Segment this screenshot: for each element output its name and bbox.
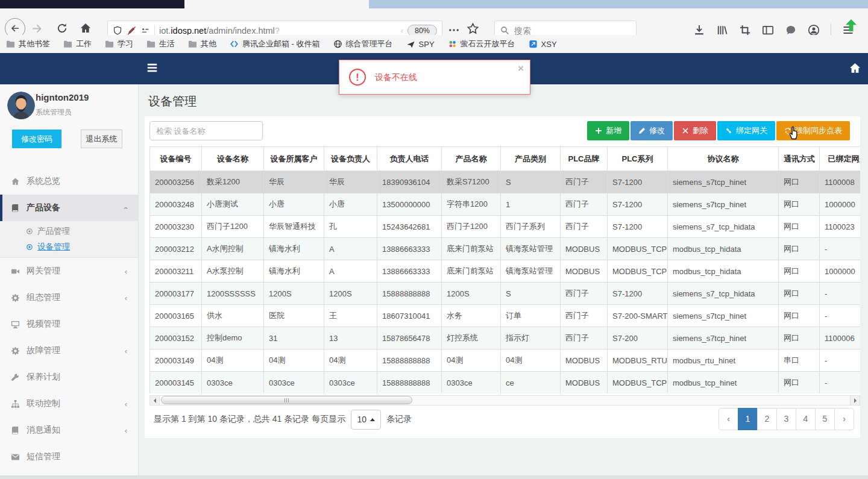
change-password-button[interactable]: 修改密码 bbox=[12, 130, 61, 148]
修改-button[interactable]: 修改 bbox=[631, 121, 673, 140]
reload-button[interactable] bbox=[57, 23, 68, 34]
page-button-2[interactable]: 2 bbox=[757, 408, 777, 430]
avatar[interactable] bbox=[7, 92, 35, 119]
table-cell: modbus_rtu_hinet bbox=[668, 349, 779, 372]
alert-close-icon[interactable]: × bbox=[518, 63, 524, 75]
table-row[interactable]: 200003248小唐测试小唐小唐13500000000字符串12001西门子S… bbox=[150, 193, 861, 216]
blocked-content-icon[interactable] bbox=[127, 26, 136, 36]
bookmark-item[interactable]: 其他 bbox=[188, 39, 216, 49]
home-icon bbox=[11, 177, 20, 186]
scrollbar-thumb[interactable] bbox=[161, 396, 412, 404]
bookmark-item[interactable]: 生活 bbox=[146, 39, 175, 49]
table-row[interactable]: 200003165供水医院王18607310041水务订单西门子S7-200-S… bbox=[150, 305, 861, 327]
page-next-button[interactable]: › bbox=[834, 408, 854, 430]
sidebar-item-组态管理[interactable]: 组态管理‹ bbox=[0, 284, 138, 311]
table-cell: 04测 bbox=[202, 349, 264, 372]
menu-hamburger-icon[interactable] bbox=[842, 24, 854, 36]
page-prev-button[interactable]: ‹ bbox=[719, 408, 738, 430]
cross-icon bbox=[682, 127, 689, 134]
table-row[interactable]: 2000031450303ce0303ce0303ce1588888888803… bbox=[150, 372, 861, 394]
horizontal-scrollbar[interactable] bbox=[149, 395, 860, 405]
ys-icon bbox=[448, 40, 457, 48]
table-row[interactable]: 200003211A水泵控制镇海水利A13886663333底来门前泵站镇海泵站… bbox=[150, 260, 861, 283]
bookmark-item[interactable]: 腾讯企业邮箱 - 收件箱 bbox=[230, 39, 320, 49]
menu-item-label: 网关管理 bbox=[27, 266, 60, 277]
bookmark-item[interactable]: 萤石云开放平台 bbox=[448, 39, 515, 49]
page-size-select[interactable]: 10 bbox=[351, 410, 381, 430]
globe-icon bbox=[333, 40, 342, 48]
active-tab[interactable] bbox=[184, 0, 369, 8]
sidebar-item-短信管理[interactable]: 短信管理 bbox=[0, 443, 138, 470]
screenshot-icon[interactable] bbox=[739, 24, 751, 36]
browser-search-input[interactable] bbox=[514, 26, 611, 36]
home-button[interactable] bbox=[80, 22, 92, 34]
table-cell: 镇海泵站管理 bbox=[501, 260, 561, 283]
page-button-1[interactable]: 1 bbox=[738, 408, 758, 430]
page-button-3[interactable]: 3 bbox=[776, 408, 796, 430]
table-row[interactable]: 20000314904测04测04测1588888888804测04测MODBU… bbox=[150, 349, 861, 372]
table-cell: 04测 bbox=[501, 349, 561, 372]
table-cell: 华辰 bbox=[264, 171, 324, 193]
shield-icon[interactable] bbox=[113, 26, 122, 36]
绑定网关-button[interactable]: 绑定网关 bbox=[717, 121, 775, 140]
page-bottom-scrollbar[interactable] bbox=[0, 475, 868, 479]
downloads-icon[interactable] bbox=[693, 24, 705, 36]
sidebar-item-消息通知[interactable]: 消息通知‹ bbox=[0, 417, 138, 443]
table-row[interactable]: 200003256数采1200华辰华辰18390936104数采S71200S西… bbox=[150, 171, 861, 193]
sidebar-subitem-产品管理[interactable]: 产品管理 bbox=[0, 224, 138, 239]
sidebar-collapse-icon[interactable] bbox=[146, 62, 158, 74]
table-row[interactable]: 2000031771200SSSSSS1200S1200S15888888888… bbox=[150, 283, 861, 305]
删除-button[interactable]: 删除 bbox=[674, 121, 716, 140]
update-available-badge bbox=[845, 19, 857, 31]
bookmark-item[interactable]: 工作 bbox=[63, 39, 92, 49]
table-cell: S bbox=[501, 283, 561, 305]
url-text[interactable]: iot.idosp.net/admin/index.html? bbox=[159, 26, 397, 36]
table-cell: siemens_s7_tcp_hidata bbox=[668, 216, 779, 238]
device-search-input[interactable] bbox=[149, 121, 263, 140]
bookmark-star-icon[interactable] bbox=[467, 22, 479, 35]
sidebar-item-系统总览[interactable]: 系统总览 bbox=[0, 168, 138, 195]
bookmark-item[interactable]: XSY bbox=[529, 40, 557, 49]
page-actions-icon[interactable] bbox=[448, 25, 459, 36]
table-cell: MODBUS bbox=[561, 372, 608, 394]
table-cell: 15888888888 bbox=[377, 372, 442, 394]
scroll-right-arrow[interactable] bbox=[850, 396, 860, 405]
bookmark-item[interactable]: SPY bbox=[406, 40, 435, 49]
bookmark-item[interactable]: 学习 bbox=[105, 39, 133, 49]
pocket-messages-icon[interactable] bbox=[785, 24, 797, 36]
sidebar-toggle-icon[interactable] bbox=[762, 24, 774, 36]
app-home-icon[interactable] bbox=[849, 62, 861, 75]
pagination-info-suffix: 条记录 bbox=[386, 414, 412, 425]
table-cell: 18390936104 bbox=[377, 171, 442, 193]
table-cell: 0303ce bbox=[202, 372, 264, 394]
caret-up-icon bbox=[370, 416, 375, 421]
column-header: 产品名称 bbox=[442, 147, 501, 171]
tencent-icon bbox=[230, 40, 239, 48]
sidebar-item-视频管理[interactable]: 视频管理 bbox=[0, 311, 138, 337]
action-button-label: 新增 bbox=[606, 125, 621, 136]
sidebar-item-故障管理[interactable]: 故障管理‹ bbox=[0, 337, 138, 364]
site-permissions-icon[interactable] bbox=[140, 26, 150, 36]
sidebar-item-网关管理[interactable]: 网关管理‹ bbox=[0, 258, 138, 284]
forward-button[interactable] bbox=[31, 23, 43, 34]
sidebar-item-保养计划[interactable]: 保养计划 bbox=[0, 364, 138, 390]
bookmark-item[interactable]: 其他书签 bbox=[6, 39, 50, 49]
table-cell: 200003152 bbox=[150, 327, 202, 349]
table-row[interactable]: 200003152控制demo311315878656478灯控系统指示灯西门子… bbox=[150, 327, 861, 349]
account-icon[interactable] bbox=[808, 24, 820, 36]
sidebar-item-产品设备[interactable]: 产品设备‹ bbox=[0, 195, 138, 221]
新增-button[interactable]: 新增 bbox=[587, 121, 629, 140]
table-row[interactable]: 200003212A水闸控制镇海水利A13886663333底来门前泵站镇海泵站… bbox=[150, 238, 861, 260]
sidebar-item-联动控制[interactable]: 联动控制‹ bbox=[0, 390, 138, 417]
table-cell: S7-1200 bbox=[608, 171, 668, 193]
page-button-5[interactable]: 5 bbox=[815, 408, 835, 430]
library-icon[interactable] bbox=[716, 24, 728, 36]
page-button-4[interactable]: 4 bbox=[796, 408, 816, 430]
sidebar-subitem-设备管理[interactable]: 设备管理 bbox=[0, 239, 138, 255]
bookmark-item[interactable]: 综合管理平台 bbox=[333, 39, 393, 49]
table-row[interactable]: 200003230西门子1200华辰智通科技孔15243642681西门子120… bbox=[150, 216, 861, 238]
table-cell: 200003145 bbox=[150, 372, 202, 394]
table-cell: 1100008 bbox=[820, 171, 861, 193]
logout-button[interactable]: 退出系统 bbox=[81, 130, 122, 148]
scroll-left-arrow[interactable] bbox=[150, 396, 160, 405]
